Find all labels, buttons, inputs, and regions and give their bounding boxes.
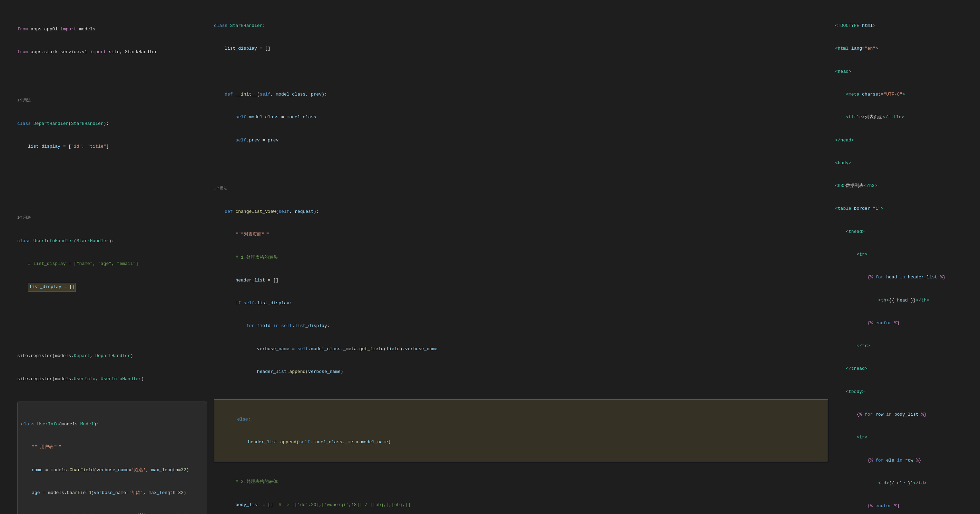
for-field: for field in self.list_display: <box>214 322 828 330</box>
tr-open1: <tr> <box>835 251 963 258</box>
usage1: 1个用法 <box>17 97 207 103</box>
tbody-open: <tbody> <box>835 388 963 396</box>
col3-html: <!DOCTYPE html> <html lang="en"> <head> … <box>832 7 963 514</box>
tr-close1: </tr> <box>835 342 963 350</box>
body-open: <body> <box>835 159 963 167</box>
blank1 <box>17 72 207 79</box>
blank5 <box>17 329 207 337</box>
line-import1: from apps.app01 import models <box>17 25 207 33</box>
h3-tag: <h3>数据列表</h3> <box>835 182 963 190</box>
meta-charset: <meta charset="UTF-8"> <box>835 91 963 98</box>
userinfo-handler-class: class UserInfoHandler(StarkHandler): <box>17 237 207 245</box>
model-code-panel: class UserInfo(models.Model): """用户表""" … <box>17 401 207 514</box>
col2-code: class StarkHandler: list_display = [] de… <box>210 7 832 514</box>
doctype: <!DOCTYPE html> <box>835 22 963 30</box>
if-list-display: if self.list_display: <box>214 299 828 307</box>
usage2: 1个用法 <box>17 214 207 221</box>
col2-code-block: class StarkHandler: list_display = [] de… <box>214 7 828 514</box>
endfor1: {% endfor %} <box>835 320 963 327</box>
self-model-class: self.model_class = model_class <box>214 113 828 121</box>
blank4 <box>17 307 207 314</box>
thead-open: <thead> <box>835 228 963 236</box>
td-tag: <td>{{ ele }}</td> <box>835 479 963 487</box>
blank2 <box>17 165 207 173</box>
header-append: header_list.append(verbose_name) <box>214 368 828 376</box>
blank3 <box>17 189 207 196</box>
tr-open2: <tr> <box>835 434 963 441</box>
header-list-init: header_list = [] <box>214 277 828 284</box>
list-display-empty: list_display = [] <box>214 45 828 53</box>
endfor2: {% endfor %} <box>835 502 963 510</box>
table-tag: <table border="1"> <box>835 205 963 213</box>
self-prev: self.prev = prev <box>214 137 828 144</box>
class-stark: class StarkHandler: <box>214 22 828 30</box>
col1-code: from apps.app01 import models from apps.… <box>17 7 210 514</box>
col3-code-block: <!DOCTYPE html> <html lang="en"> <head> … <box>835 7 963 514</box>
head-close: </head> <box>835 137 963 144</box>
html-tag: <html lang="en"> <box>835 45 963 53</box>
comment-header: # 1.处理表格的表头 <box>214 254 828 261</box>
body-list-init: body_list = [] # -> [['dc',20],['wupeiqi… <box>214 501 828 509</box>
else-block1: else: header_list.append(self.model_clas… <box>214 399 828 462</box>
main-container: from apps.app01 import models from apps.… <box>10 0 970 514</box>
title-tag: <title>列表页面</title> <box>835 113 963 121</box>
usage-changelist: 1个用法 <box>214 185 828 191</box>
head-open: <head> <box>835 68 963 76</box>
for-head: {% for head in header_list %} <box>835 274 963 281</box>
docstring: """列表页面""" <box>214 231 828 239</box>
depart-handler-class: class DepartHandler(StarkHandler): <box>17 120 207 127</box>
th-tag: <th>{{ head }}</th> <box>835 297 963 304</box>
for-ele: {% for ele in row %} <box>835 457 963 464</box>
model-code: class UserInfo(models.Model): """用户表""" … <box>21 405 203 514</box>
depart-list-display: list_display = ["id", "title"] <box>17 143 207 150</box>
line-import2: from apps.stark.service.v1 import site, … <box>17 48 207 56</box>
for-row: {% for row in body_list %} <box>835 411 963 419</box>
commented-list-display: # list_display = ["name", "age", "email"… <box>17 260 207 268</box>
thead-close: </thead> <box>835 365 963 372</box>
def-changelist: def changelist_view(self, request): <box>214 208 828 216</box>
register-userinfo: site.register(models.UserInfo, UserInfoH… <box>17 376 207 383</box>
comment-body: # 2.处理表格的表体 <box>214 478 828 486</box>
register-depart: site.register(models.Depart, DepartHandl… <box>17 352 207 360</box>
def-init: def __init__(self, model_class, prev): <box>214 91 828 98</box>
verbose-name-line: verbose_name = self.model_class._meta.ge… <box>214 345 828 353</box>
highlighted-list-display: list_display = [] <box>17 283 207 291</box>
